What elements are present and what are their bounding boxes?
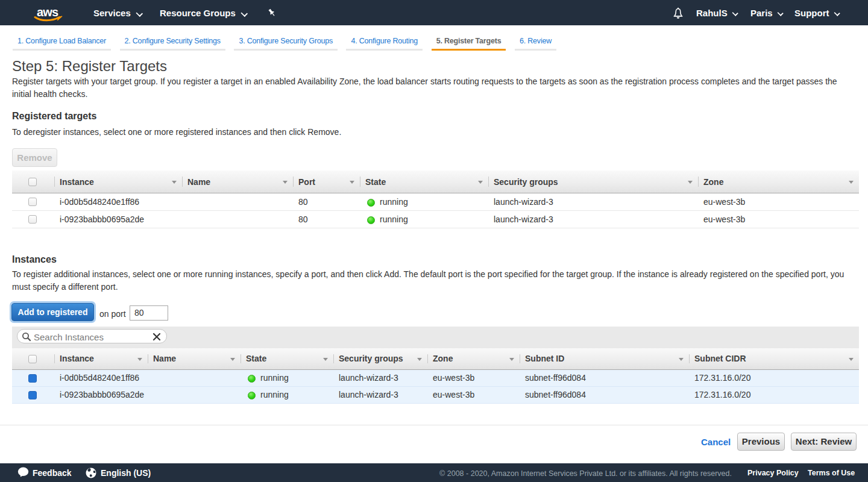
svg-text:aws: aws bbox=[37, 5, 58, 19]
